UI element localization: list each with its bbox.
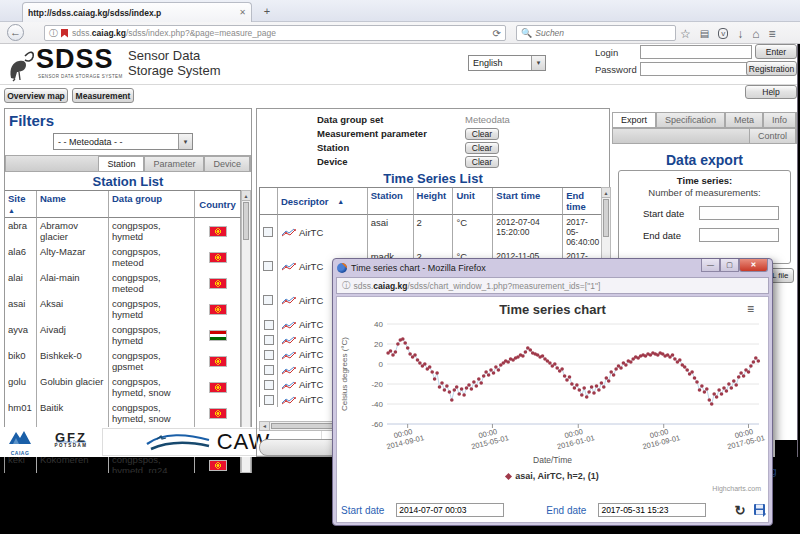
- registration-button[interactable]: Registration: [746, 61, 797, 76]
- url-bar[interactable]: ⓘ sdss.caiag.kg/sdss/index.php?&page=mea…: [44, 25, 506, 41]
- station-row[interactable]: hm01Baitikcongpspos, hymetd, snow: [5, 400, 241, 426]
- scroll-up-icon[interactable]: ▲: [602, 188, 610, 198]
- checkbox[interactable]: [264, 335, 274, 345]
- row-select[interactable]: [260, 377, 278, 392]
- station-row[interactable]: goluGolubin glaciercongpspos, hymetd, sn…: [5, 374, 241, 400]
- tab-station[interactable]: Station: [98, 156, 144, 171]
- popup-end-date-input[interactable]: [598, 503, 706, 517]
- content-blocked-icon[interactable]: [61, 29, 68, 38]
- station-row[interactable]: bik0Bishkek-0congpspos, gpsmet: [5, 348, 241, 374]
- search-box[interactable]: 🔍: [516, 25, 676, 41]
- row-select[interactable]: [260, 249, 278, 283]
- timeseries-icon: [281, 365, 296, 375]
- col-name[interactable]: Name: [37, 191, 109, 218]
- station-row[interactable]: ayvaAivadjcongpspos, hymetd: [5, 322, 241, 348]
- col-height[interactable]: Height: [414, 188, 454, 215]
- bookmark-star-icon[interactable]: ☆: [680, 27, 691, 41]
- row-select[interactable]: [260, 317, 278, 332]
- save-chart-icon[interactable]: [753, 503, 767, 517]
- help-button[interactable]: Help: [745, 85, 797, 99]
- data-group-select[interactable]: - - Meteodata - -▾: [53, 133, 193, 150]
- tab-meta[interactable]: Meta: [725, 112, 763, 127]
- scrollbar-thumb[interactable]: [603, 199, 609, 237]
- export-end-date-input[interactable]: [699, 228, 779, 242]
- row-select[interactable]: [260, 392, 278, 407]
- col-site[interactable]: Site▲: [5, 191, 37, 218]
- station-row[interactable]: asaiAksaicongpspos, hymetd: [5, 296, 241, 322]
- site-info-icon[interactable]: ⓘ: [49, 27, 58, 40]
- page-header: SDSS SENSOR DATA STORAGE SYSTEM Sensor D…: [0, 44, 798, 84]
- col-end-time[interactable]: End time: [563, 188, 601, 215]
- refresh-icon[interactable]: ↻: [734, 503, 745, 518]
- overview-map-button[interactable]: Overview map: [4, 88, 68, 103]
- flag-kg-icon: [209, 226, 227, 237]
- col-data-group[interactable]: Data group: [109, 191, 195, 218]
- language-select[interactable]: English▾: [468, 55, 546, 71]
- timeseries-row[interactable]: AirTCasai2°C2012-07-04 15:20:002017-05- …: [260, 215, 601, 249]
- col-descriptor[interactable]: Descriptor ▲: [278, 188, 368, 215]
- timeseries-icon: [281, 350, 296, 360]
- measurement-button[interactable]: Measurement: [72, 88, 134, 103]
- station-row[interactable]: alaiAlai-maincongpspos, meteod: [5, 270, 241, 296]
- downloads-icon[interactable]: ↓: [737, 27, 743, 41]
- menu-icon[interactable]: ≡: [768, 27, 775, 41]
- row-select[interactable]: [260, 332, 278, 347]
- tab-export[interactable]: Export: [612, 112, 656, 127]
- row-select[interactable]: [260, 362, 278, 377]
- checkbox[interactable]: [264, 350, 274, 360]
- chart-legend[interactable]: asai, AirTC, h=2, (1): [337, 471, 768, 481]
- reload-icon[interactable]: ⟳: [493, 28, 501, 39]
- station-row[interactable]: ala6Alty-Mazarcongpspos, meteod: [5, 244, 241, 270]
- home-icon[interactable]: ⌂: [752, 27, 759, 41]
- station-row[interactable]: abraAbramov glaciercongpspos, hymetd: [5, 218, 241, 244]
- col-country[interactable]: Country: [195, 191, 241, 218]
- col-station[interactable]: Station: [368, 188, 414, 215]
- back-button[interactable]: ←: [7, 24, 24, 41]
- tab-parameter[interactable]: Parameter: [144, 156, 204, 171]
- row-select[interactable]: [260, 347, 278, 362]
- tab-device[interactable]: Device: [204, 156, 250, 171]
- scrollbar-thumb[interactable]: [243, 202, 249, 240]
- tab-control[interactable]: Control: [749, 128, 796, 143]
- checkbox[interactable]: [263, 295, 273, 305]
- minimize-button[interactable]: —: [701, 259, 720, 272]
- close-button[interactable]: ✕: [739, 259, 768, 272]
- browser-tab[interactable]: http://sdss.caiag.kg/sdss/index.p ✕: [22, 2, 252, 22]
- col-unit[interactable]: Unit: [453, 188, 493, 215]
- new-tab-button[interactable]: +: [256, 5, 278, 20]
- clear-button[interactable]: Clear: [465, 156, 499, 168]
- site-info-icon[interactable]: ⓘ: [342, 280, 351, 292]
- checkbox[interactable]: [264, 395, 274, 405]
- password-field[interactable]: [640, 62, 752, 76]
- checkbox[interactable]: [264, 380, 274, 390]
- popup-url-bar[interactable]: ⓘ sdss.caiag.kg/sdss/chart_window_1.php?…: [336, 277, 769, 294]
- library-icon[interactable]: ▤: [700, 28, 709, 39]
- scroll-up-icon[interactable]: ▲: [242, 191, 250, 201]
- clear-button[interactable]: Clear: [465, 128, 499, 140]
- tab-info[interactable]: Info: [763, 112, 796, 127]
- col-start-time[interactable]: Start time: [493, 188, 563, 215]
- chart-menu-icon[interactable]: ≡: [747, 302, 754, 316]
- tab-specification[interactable]: Specification: [656, 112, 725, 127]
- popup-start-date-input[interactable]: [396, 503, 504, 517]
- row-select[interactable]: [260, 283, 278, 317]
- enter-button[interactable]: Enter: [755, 44, 797, 59]
- pocket-icon[interactable]: v: [718, 28, 728, 39]
- checkbox[interactable]: [264, 365, 274, 375]
- scroll-left-icon[interactable]: ◄: [260, 422, 270, 430]
- checkbox[interactable]: [263, 261, 273, 271]
- checkbox[interactable]: [264, 320, 274, 330]
- station-country: [195, 322, 241, 348]
- highcharts-credit[interactable]: Highcharts.com: [337, 485, 761, 492]
- popup-window-title: Time series chart - Mozilla Firefox: [351, 263, 486, 273]
- export-start-date-input[interactable]: [699, 206, 779, 220]
- search-input[interactable]: [535, 28, 655, 38]
- checkbox[interactable]: [263, 227, 273, 237]
- maximize-button[interactable]: ▢: [720, 259, 739, 272]
- login-field[interactable]: [640, 45, 752, 59]
- clear-button[interactable]: Clear: [465, 142, 499, 154]
- chart-popup-window[interactable]: Time series chart - Mozilla Firefox — ▢ …: [332, 258, 773, 526]
- tab-close-icon[interactable]: ✕: [239, 8, 246, 17]
- col-select: [260, 188, 278, 215]
- row-select[interactable]: [260, 215, 278, 249]
